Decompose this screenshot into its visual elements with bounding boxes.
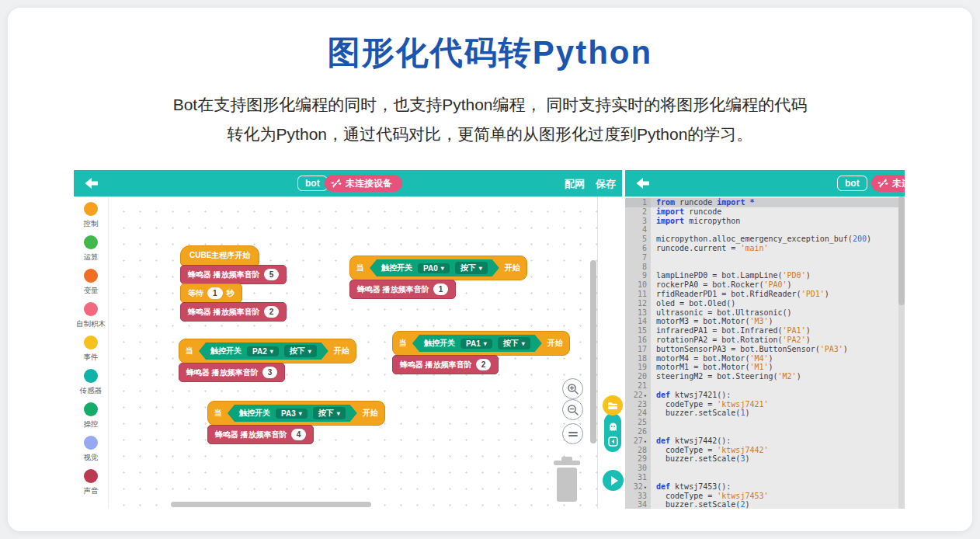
buzzer-block[interactable]: 蜂鸣器 播放频率音阶 3 (179, 363, 285, 382)
trash-icon[interactable] (552, 456, 582, 504)
code-line: 3import micropython (625, 217, 905, 226)
scale-input[interactable]: 2 (476, 359, 492, 370)
python-code-panel[interactable]: 1from runcode import *2import runcode3im… (625, 196, 905, 509)
code-line: 11rfidReaderPD1 = bot.RfidReader('PD1') (625, 290, 905, 299)
state-value: 按下 (318, 408, 334, 419)
scale-input[interactable]: 4 (291, 429, 307, 440)
files-toggle-button[interactable] (603, 395, 623, 416)
device-name-button[interactable]: bot (297, 176, 328, 191)
sidebar-category[interactable]: 操控 (74, 402, 108, 429)
sidebar-category[interactable]: 传感器 (74, 369, 108, 396)
category-color-icon (84, 235, 98, 249)
category-color-icon (84, 336, 98, 349)
port-dropdown[interactable]: PA2 (247, 346, 279, 356)
save-button[interactable]: 保存 (596, 177, 616, 191)
event-block[interactable]: 当 触控开关 PA3 按下 开始 (207, 401, 385, 426)
code-text: def ktwsj7453(): (651, 482, 905, 492)
connection-status-pill[interactable]: 未连接设备 (325, 175, 402, 192)
code-lines: 1from runcode import *2import runcode3im… (625, 198, 905, 509)
line-number: 18 (625, 354, 651, 363)
buzzer-block[interactable]: 蜂鸣器 播放频率音阶 2 (180, 302, 287, 322)
device-name-button[interactable]: bot (837, 176, 867, 191)
zoom-out-button[interactable] (562, 399, 583, 420)
state-dropdown[interactable]: 按下 (284, 345, 317, 357)
back-arrow-icon[interactable] (636, 177, 650, 190)
block-stack-main[interactable]: CUBE主程序开始 蜂鸣器 播放频率音阶 5 等待 1 秒 蜂鸣器 播放频率音阶… (180, 245, 287, 322)
category-label: 操控 (84, 419, 99, 429)
network-config-button[interactable]: 配网 (565, 177, 585, 191)
block-stack-pa2[interactable]: 当 触控开关 PA2 按下 开始 蜂鸣器 播放频率音阶 3 (179, 339, 356, 382)
line-number: 12 (625, 299, 651, 308)
code-text: motorM4 = bot.Motor('M4') (651, 354, 905, 363)
line-number: 26 (625, 427, 651, 436)
line-number: 30 (625, 464, 651, 473)
touch-switch-condition[interactable]: 触控开关 PA3 按下 (228, 405, 357, 422)
category-label: 变量 (84, 285, 99, 295)
block-canvas[interactable]: CUBE主程序开始 蜂鸣器 播放频率音阶 5 等待 1 秒 蜂鸣器 播放频率音阶… (109, 196, 598, 509)
code-line: 5micropython.alloc_emergency_exception_b… (625, 235, 905, 244)
block-stack-pa1[interactable]: 当 触控开关 PA1 按下 开始 蜂鸣器 播放频率音阶 2 (392, 331, 570, 374)
code-line: 20steeringM2 = bot.Steering('M2') (625, 372, 905, 381)
code-text: lampLinePD0 = bot.LampLine('PD0') (651, 271, 905, 280)
sidebar-category[interactable]: 事件 (74, 336, 108, 363)
block-stack-pa3[interactable]: 当 触控开关 PA3 按下 开始 蜂鸣器 播放频率音阶 4 (207, 401, 385, 444)
wait-block[interactable]: 等待 1 秒 (180, 283, 242, 303)
back-arrow-icon[interactable] (85, 177, 99, 190)
state-dropdown[interactable]: 按下 (498, 337, 530, 349)
hat-block[interactable]: CUBE主程序开始 (180, 245, 259, 266)
code-line: 2import runcode (625, 207, 905, 217)
scale-input[interactable]: 5 (264, 269, 280, 280)
line-number: 2 (625, 207, 651, 217)
scale-input[interactable]: 3 (262, 367, 278, 378)
page-description: Bot在支持图形化编程的同时，也支持Python编程， 同时支持实时的将图形化编… (8, 90, 972, 149)
code-scrollbar-thumb[interactable] (898, 196, 905, 305)
connection-status-pill[interactable]: 未连接设备 (871, 175, 905, 192)
port-dropdown[interactable]: PA3 (276, 409, 308, 419)
buzzer-block[interactable]: 蜂鸣器 播放频率音阶 1 (349, 280, 456, 299)
port-dropdown[interactable]: PA1 (460, 339, 492, 349)
state-dropdown[interactable]: 按下 (455, 262, 488, 274)
toolbar-actions: 配网 保存 (565, 177, 616, 191)
state-dropdown[interactable]: 按下 (313, 407, 346, 419)
sidebar-category[interactable]: 运算 (74, 235, 108, 263)
port-dropdown[interactable]: PA0 (418, 263, 450, 273)
sidebar-category[interactable]: 视觉 (74, 436, 108, 463)
ghost-icon[interactable] (608, 422, 618, 432)
line-number: 10 (625, 280, 651, 290)
sidebar-category[interactable]: 自制积木 (74, 302, 108, 329)
code-scrollbar-track[interactable] (898, 196, 905, 509)
collapse-panel-icon[interactable] (608, 436, 618, 447)
sidebar-category[interactable]: 变量 (74, 269, 108, 296)
buzzer-block[interactable]: 蜂鸣器 播放频率音阶 5 (180, 265, 287, 284)
block-stack-pa0[interactable]: 当 触控开关 PA0 按下 开始 蜂鸣器 播放频率音阶 1 (349, 256, 527, 299)
buzzer-label: 蜂鸣器 播放频率音阶 (186, 367, 259, 378)
event-block[interactable]: 当 触控开关 PA1 按下 开始 (392, 331, 570, 356)
code-line: 28 codeType = 'ktwsj7442' (625, 446, 905, 455)
sidebar-category[interactable]: 控制 (74, 202, 108, 229)
fold-marker-icon[interactable]: ▾ (644, 393, 647, 399)
touch-switch-condition[interactable]: 触控开关 PA1 按下 (412, 335, 542, 352)
zoom-reset-button[interactable] (562, 423, 583, 444)
fold-marker-icon[interactable]: ▾ (644, 439, 647, 445)
touch-switch-condition[interactable]: 触控开关 PA0 按下 (370, 259, 499, 276)
event-block[interactable]: 当 触控开关 PA2 按下 开始 (179, 339, 356, 363)
buzzer-block[interactable]: 蜂鸣器 播放频率音阶 4 (207, 425, 314, 444)
line-number: 32▾ (625, 482, 651, 492)
event-block[interactable]: 当 触控开关 PA0 按下 开始 (349, 256, 527, 280)
canvas-vertical-scrollbar[interactable] (590, 260, 596, 443)
category-label: 运算 (84, 252, 99, 262)
fold-marker-icon[interactable]: ▾ (644, 485, 647, 491)
run-button[interactable] (603, 470, 624, 491)
scale-input[interactable]: 1 (433, 283, 449, 295)
zoom-in-button[interactable] (562, 378, 583, 399)
code-text: buzzer.setScale(2) (651, 500, 905, 509)
buzzer-block[interactable]: 蜂鸣器 播放频率音阶 2 (392, 355, 499, 374)
sidebar-category[interactable]: 声音 (74, 469, 108, 496)
code-line: 18motorM4 = bot.Motor('M4') (625, 354, 905, 363)
wait-input[interactable]: 1 (207, 287, 223, 299)
touch-switch-condition[interactable]: 触控开关 PA2 按下 (199, 343, 328, 360)
code-line: 29 buzzer.setScale(3) (625, 454, 905, 464)
sensor-label: 触控开关 (381, 263, 412, 273)
scale-input[interactable]: 2 (264, 306, 280, 318)
canvas-horizontal-scrollbar[interactable] (171, 502, 371, 507)
